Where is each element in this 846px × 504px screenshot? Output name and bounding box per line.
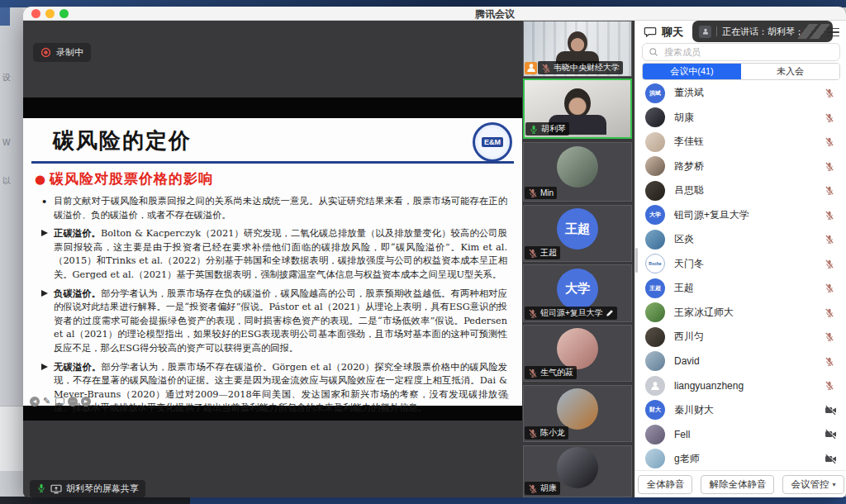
mic-muted-icon	[825, 380, 834, 391]
more-tools-icon[interactable]: ⋯	[68, 397, 78, 407]
member-row[interactable]: 大学钮司源+复旦大学	[635, 203, 846, 228]
tab-in-meeting[interactable]: 会议中(41)	[643, 64, 741, 79]
member-row[interactable]: 胡康	[635, 106, 846, 131]
member-row[interactable]: 区炎	[635, 227, 846, 252]
speaker-avatar	[699, 26, 711, 38]
avatar	[557, 146, 598, 188]
background-text-fragment: 以	[2, 175, 11, 187]
panel-footer: 全体静音解除全体静音会议管控▾	[635, 470, 846, 497]
mic-muted-icon	[825, 112, 834, 123]
member-name: 西川匀	[674, 330, 825, 344]
minimize-window-button[interactable]	[45, 9, 55, 18]
tab-not-joined[interactable]: 未入会	[741, 64, 839, 79]
search-input[interactable]	[663, 46, 834, 58]
background-window-sliver: 设 W 以	[0, 7, 23, 497]
annotation-toolbar: ◄ ✎ ⋯ ►	[30, 396, 91, 407]
video-tile[interactable]: 大学 钮司源+复旦大学	[523, 264, 632, 322]
member-row[interactable]: g老师	[635, 447, 846, 472]
member-name: 胡康	[674, 111, 825, 125]
footer-button[interactable]: 会议管控▾	[782, 475, 844, 494]
avatar	[645, 156, 665, 176]
avatar	[557, 388, 598, 430]
mic-muted-icon	[528, 188, 538, 198]
avatar	[645, 376, 665, 396]
edit-name-icon[interactable]	[606, 309, 614, 317]
scrollbar[interactable]	[635, 248, 638, 273]
member-row[interactable]: liangyuanzheng	[635, 373, 846, 398]
member-row[interactable]: 王家冰辽师大	[635, 301, 846, 326]
mic-muted-icon	[825, 210, 834, 221]
footer-button[interactable]: 全体静音	[638, 475, 692, 494]
camera-off-icon	[825, 454, 837, 464]
member-row[interactable]: 吕思聪	[635, 178, 846, 203]
member-row[interactable]: 王超王超	[635, 276, 846, 301]
bullet-marker-icon	[41, 290, 48, 297]
bullet-marker-icon	[41, 364, 48, 370]
close-window-button[interactable]	[31, 9, 40, 18]
member-name: 王超	[674, 281, 825, 295]
member-name: 李佳钰	[674, 135, 825, 149]
mic-muted-icon	[825, 331, 834, 342]
avatar	[645, 302, 665, 322]
mic-muted-icon	[825, 161, 834, 172]
slide-bullet: 正碳溢价。Bolton & Kacperczyk（2021）研究发现，二氧化碳总…	[41, 226, 507, 282]
tile-label: 胡利琴	[525, 122, 569, 136]
member-row[interactable]: Fell	[635, 422, 846, 447]
member-name: 钮司源+复旦大学	[674, 208, 825, 222]
footer-button[interactable]: 解除全体静音	[701, 475, 774, 494]
pen-icon[interactable]: ✎	[43, 396, 52, 407]
avatar	[645, 425, 665, 445]
video-strip: 韦晓中央财经大学 胡利琴 Min王超 王超大学 钮司源+复旦大学 生气的菽 陈小…	[523, 20, 632, 497]
member-row[interactable]: 西川匀	[635, 325, 846, 349]
slide-bullet: •目前文献对于碳风险和股票回报之间的关系尚未达成统一意见。从实证研究结果来看，股…	[41, 195, 507, 222]
background-text-fragment: 设	[2, 72, 11, 83]
video-tile[interactable]: Min	[523, 142, 632, 202]
avatar	[645, 230, 665, 250]
member-name: 路梦桥	[674, 159, 825, 174]
participant-name: 陈小龙	[540, 427, 565, 439]
member-name: liangyuanzheng	[674, 380, 825, 392]
mic-muted-icon	[528, 248, 538, 259]
video-tile[interactable]: 生气的菽	[523, 325, 632, 382]
member-name: 区炎	[674, 232, 825, 246]
member-row[interactable]: David	[635, 349, 846, 374]
camera-off-icon	[825, 429, 837, 440]
slide-title: 碳风险的定价	[53, 126, 192, 155]
screen-share-region: 碳风险的定价 E&M ●碳风险对股票价格的影响 •目前文献对于碳风险和股票回报之…	[23, 97, 522, 421]
undo-icon[interactable]: ◄	[30, 397, 40, 407]
video-tile[interactable]: 韦晓中央财经大学	[523, 21, 632, 77]
avatar	[645, 351, 665, 371]
whiteboard-icon[interactable]	[55, 397, 64, 405]
avatar	[645, 107, 665, 127]
member-name: 王家冰辽师大	[674, 306, 825, 320]
member-list: 洪斌董洪斌 胡康 李佳钰 路梦桥 吕思聪 大学钮司源+复旦大学 区炎 Roche…	[635, 81, 846, 471]
mic-muted-icon	[825, 283, 834, 293]
member-row[interactable]: 路梦桥	[635, 155, 846, 179]
search-icon	[649, 47, 658, 57]
university-logo: E&M	[473, 122, 512, 162]
member-row[interactable]: 李佳钰	[635, 130, 846, 155]
mic-muted-icon	[528, 483, 538, 494]
member-tabs: 会议中(41)未入会	[642, 63, 840, 80]
video-tile[interactable]: 胡康	[523, 445, 632, 497]
next-icon[interactable]: ►	[81, 397, 91, 407]
avatar	[645, 132, 665, 152]
toast-divider	[716, 26, 717, 36]
mic-muted-icon	[825, 136, 834, 147]
background-bottom-edge	[0, 497, 846, 504]
slide-bullet: 负碳溢价。部分学者认为，股票市场存在负的碳溢价，碳风险越高的公司，股票预期收益越…	[41, 287, 507, 356]
window-titlebar: 腾讯会议	[23, 7, 846, 21]
member-search[interactable]	[642, 43, 840, 61]
participant-name: 韦晓中央财经大学	[554, 62, 620, 74]
video-tile[interactable]: 王超 王超	[523, 205, 632, 262]
zoom-window-button[interactable]	[59, 9, 69, 18]
video-tile[interactable]: 胡利琴	[523, 78, 632, 139]
member-row[interactable]: 财大秦川财大	[635, 398, 846, 423]
video-tile[interactable]: 陈小龙	[523, 385, 632, 442]
avatar: 财大	[645, 400, 665, 420]
avatar	[557, 447, 598, 488]
mic-muted-icon	[541, 63, 551, 74]
member-row[interactable]: Roche天门冬	[635, 252, 846, 277]
bullet-marker-icon: •	[41, 195, 47, 209]
member-row[interactable]: 洪斌董洪斌	[635, 81, 846, 106]
